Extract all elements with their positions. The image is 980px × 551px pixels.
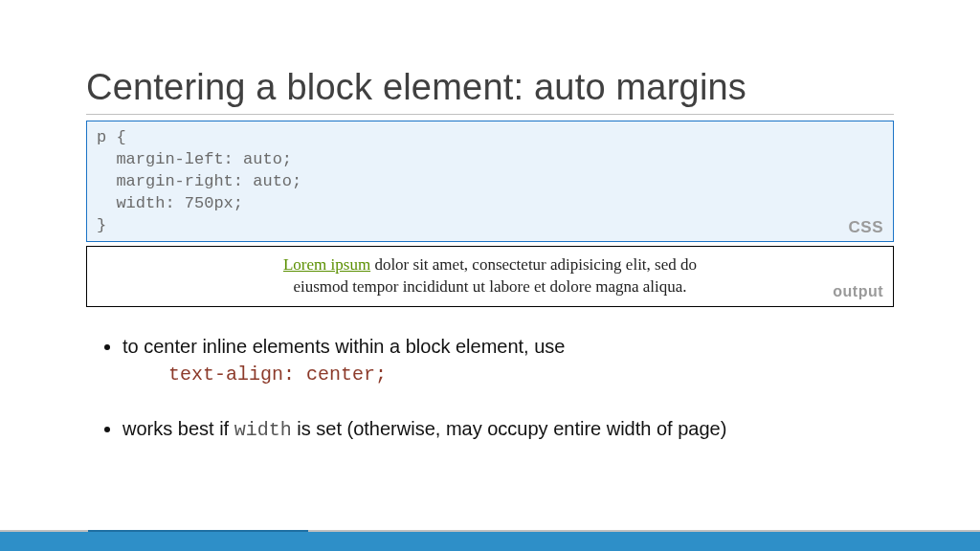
bullet1-text: to center inline elements within a block…: [122, 336, 565, 357]
footer-accent: [88, 530, 308, 532]
css-code-box: p { margin-left: auto; margin-right: aut…: [86, 121, 894, 242]
bullet2-before: works best if: [122, 418, 234, 439]
css-code-content: p { margin-left: auto; margin-right: aut…: [97, 127, 883, 237]
output-text: Lorem ipsum dolor sit amet, consectetur …: [97, 254, 883, 298]
bullet2-after: is set (otherwise, may occupy entire wid…: [292, 418, 727, 439]
footer-bar: [0, 530, 980, 551]
output-line2: eiusmod tempor incididunt ut labore et d…: [293, 277, 686, 296]
slide: Centering a block element: auto margins …: [0, 0, 980, 551]
css-badge: CSS: [849, 218, 883, 237]
bullet-list: to center inline elements within a block…: [86, 334, 894, 443]
title-underline: [86, 114, 894, 115]
output-box: Lorem ipsum dolor sit amet, consectetur …: [86, 246, 894, 307]
bullet-item-2: works best if width is set (otherwise, m…: [122, 416, 894, 443]
output-line1-rest: dolor sit amet, consectetur adipisicing …: [370, 255, 697, 274]
output-badge: output: [833, 283, 883, 300]
bullet2-code: width: [234, 419, 292, 441]
bullet-item-1: to center inline elements within a block…: [122, 334, 894, 387]
lorem-ipsum-link[interactable]: Lorem ipsum: [283, 255, 370, 274]
bullet1-code: text-align: center;: [122, 362, 894, 387]
slide-title: Centering a block element: auto margins: [86, 67, 894, 108]
